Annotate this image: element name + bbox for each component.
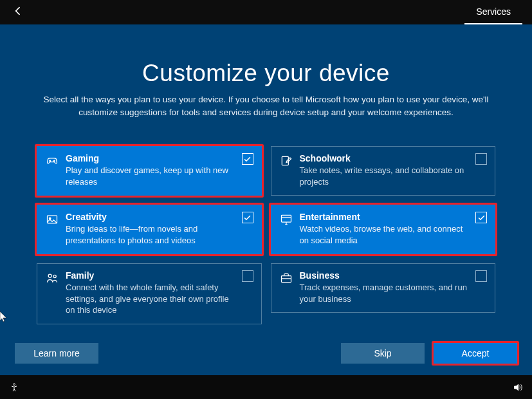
svg-rect-8	[281, 276, 291, 283]
family-icon	[45, 272, 59, 286]
options-grid: Gaming Play and discover games, keep up …	[8, 144, 524, 326]
main-panel: Customize your device Select all the way…	[0, 24, 532, 375]
schoolwork-icon	[279, 154, 293, 169]
card-desc: Play and discover games, keep up with ne…	[66, 165, 234, 187]
svg-point-7	[53, 275, 56, 278]
entertainment-icon	[279, 213, 293, 227]
taskbar	[0, 375, 532, 399]
card-title: Creativity	[66, 212, 234, 222]
card-title: Gaming	[66, 153, 234, 163]
card-desc: Take notes, write essays, and collaborat…	[300, 165, 468, 187]
business-icon	[279, 272, 293, 286]
svg-rect-2	[282, 156, 288, 165]
svg-point-6	[48, 274, 51, 277]
accept-button[interactable]: Accept	[434, 343, 517, 364]
checkbox-schoolwork[interactable]	[475, 153, 487, 165]
card-entertainment[interactable]: Entertainment Watch videos, browse the w…	[271, 205, 496, 254]
card-family[interactable]: Family Connect with the whole family, ed…	[37, 263, 262, 324]
page-subtitle: Select all the ways you plan to use your…	[41, 93, 491, 118]
card-schoolwork[interactable]: Schoolwork Take notes, write essays, and…	[271, 146, 496, 196]
gaming-icon	[45, 154, 59, 169]
checkbox-creativity[interactable]	[242, 212, 253, 223]
card-desc: Bring ideas to life—from novels and pres…	[66, 223, 234, 246]
card-desc: Watch videos, browse the web, and connec…	[300, 223, 468, 246]
checkbox-family[interactable]	[242, 270, 253, 282]
page-title: Customize your device	[8, 60, 524, 87]
checkbox-gaming[interactable]	[242, 153, 253, 165]
card-title: Entertainment	[300, 212, 468, 222]
card-title: Business	[300, 270, 468, 281]
checkbox-business[interactable]	[475, 270, 487, 282]
svg-rect-5	[281, 216, 291, 223]
card-gaming[interactable]: Gaming Play and discover games, keep up …	[37, 146, 262, 196]
checkbox-entertainment[interactable]	[475, 212, 487, 223]
footer-buttons: Learn more Skip Accept	[8, 341, 524, 375]
card-creativity[interactable]: Creativity Bring ideas to life—from nove…	[37, 205, 262, 254]
card-desc: Connect with the whole family, edit safe…	[66, 282, 234, 316]
card-title: Family	[66, 270, 234, 281]
card-business[interactable]: Business Track expenses, manage customer…	[271, 263, 496, 313]
skip-button[interactable]: Skip	[341, 343, 425, 364]
card-desc: Track expenses, manage customers, and ru…	[300, 282, 468, 304]
volume-icon[interactable]	[513, 382, 523, 393]
svg-point-1	[54, 160, 55, 162]
tab-services[interactable]: Services	[464, 0, 522, 24]
svg-point-9	[14, 384, 15, 385]
card-title: Schoolwork	[300, 153, 468, 163]
back-button[interactable]	[12, 5, 24, 21]
learn-more-button[interactable]: Learn more	[15, 343, 98, 364]
accessibility-icon[interactable]	[9, 382, 19, 393]
creativity-icon	[45, 213, 59, 227]
svg-point-0	[50, 160, 51, 162]
title-bar: Services	[0, 0, 532, 24]
header-tabs: Services	[464, 0, 522, 24]
